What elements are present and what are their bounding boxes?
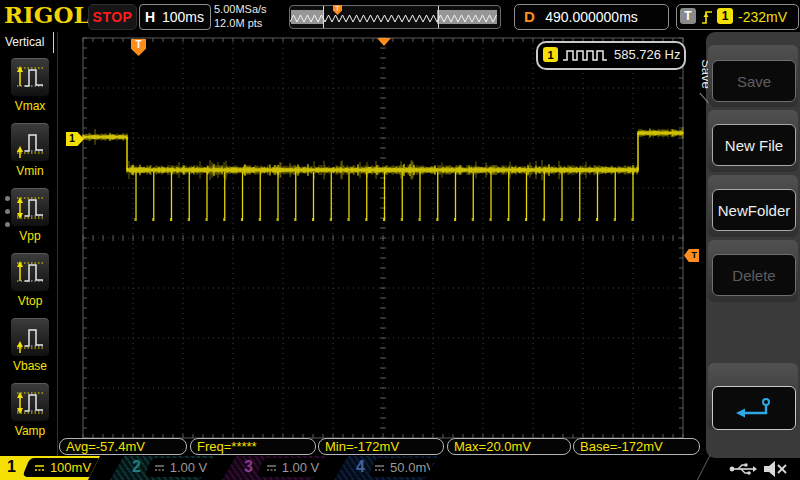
- rising-edge-icon: [699, 8, 715, 26]
- delay-box[interactable]: 490.000000ms D: [514, 4, 669, 30]
- measure-item-vpp[interactable]: Vpp: [9, 187, 51, 249]
- channel3-chip[interactable]: 3 1.00 V: [222, 456, 332, 480]
- channel2-scale: 1.00 V: [170, 460, 208, 475]
- frequency-counter-badge: 1 585.726 Hz: [536, 41, 686, 70]
- measure-item-label: Vmax: [9, 99, 51, 113]
- ch1-waveform-trace: [57, 32, 697, 458]
- counter-frequency-value: 585.726 Hz: [614, 47, 681, 62]
- speaker-muted-icon: [762, 459, 790, 479]
- dc-coupling-icon: [33, 463, 46, 473]
- measure-item-vamp[interactable]: Vamp: [9, 382, 51, 444]
- run-stop-status[interactable]: STOP: [88, 4, 137, 30]
- return-arrow-icon: [732, 396, 776, 420]
- trigger-level-value: -232mV: [738, 9, 787, 25]
- measure-item-vtop[interactable]: Vtop: [9, 252, 51, 314]
- measure-item-vmax[interactable]: Vmax: [9, 57, 51, 119]
- channel4-scale: 50.0mV: [390, 460, 435, 475]
- horizontal-timebase-box[interactable]: H 100ms: [139, 4, 211, 30]
- measure-item-label: Vtop: [9, 294, 51, 308]
- dc-coupling-icon: [265, 463, 278, 473]
- bottom-right-separator: [696, 454, 711, 480]
- memory-depth: 12.0M pts: [214, 16, 267, 30]
- horizontal-center-marker-icon: [377, 38, 391, 46]
- overview-waveform: [290, 6, 498, 28]
- trigger-label: T: [680, 8, 696, 24]
- channel1-scale: 100mV: [50, 460, 91, 475]
- new-file-button[interactable]: New File: [712, 124, 796, 166]
- left-menu-title: Vertical: [5, 35, 44, 49]
- trigger-status-box[interactable]: T 1 -232mV: [676, 4, 799, 30]
- back-return-button[interactable]: [712, 386, 796, 430]
- left-menu-title-edge: [53, 32, 54, 53]
- dc-coupling-icon: [373, 463, 386, 473]
- waveform-overview-bar[interactable]: T: [289, 5, 501, 29]
- menu-page-dot: [5, 209, 10, 214]
- measure-item-label: Vamp: [9, 424, 51, 438]
- acquisition-info: 5.00MSa/s 12.0M pts: [214, 2, 267, 30]
- measure-item-vmin[interactable]: Vmin: [9, 122, 51, 184]
- new-folder-button[interactable]: NewFolder: [712, 189, 796, 231]
- save-button[interactable]: Save: [712, 60, 796, 102]
- timebase-value: 100ms: [162, 9, 204, 25]
- delay-label: D: [524, 8, 535, 25]
- measurement-avg: Avg=-57.4mV: [59, 438, 187, 455]
- measurement-max: Max=20.0mV: [447, 438, 571, 455]
- measure-item-vbase[interactable]: Vbase: [9, 317, 51, 379]
- channel1-number: 1: [7, 458, 16, 476]
- vmax-icon: [13, 60, 47, 94]
- channel2-chip[interactable]: 2 1.00 V: [110, 456, 220, 480]
- measure-item-label: Vbase: [9, 359, 51, 373]
- vmin-icon: [13, 125, 47, 159]
- dc-coupling-icon: [153, 463, 166, 473]
- oscilloscope-screen: RIGOL STOP H 100ms 5.00MSa/s 12.0M pts T…: [0, 0, 800, 480]
- vpp-icon: [13, 190, 47, 224]
- measurement-freq: Freq=*****: [190, 438, 316, 455]
- counter-channel-badge: 1: [543, 47, 558, 62]
- vamp-icon: [13, 385, 47, 419]
- sample-rate: 5.00MSa/s: [214, 2, 267, 16]
- horizontal-label: H: [145, 9, 155, 25]
- channel4-chip[interactable]: 4 50.0mV: [334, 456, 444, 480]
- delete-button[interactable]: Delete: [712, 254, 796, 296]
- vbase-icon: [13, 320, 47, 354]
- menu-page-dot: [5, 196, 10, 201]
- channel3-scale: 1.00 V: [282, 460, 320, 475]
- measurement-base: Base=-172mV: [573, 438, 700, 455]
- rigol-logo: RIGOL: [4, 1, 86, 29]
- channel3-number: 3: [244, 458, 253, 476]
- measure-item-label: Vpp: [9, 229, 51, 243]
- square-wave-icon: [562, 48, 608, 63]
- measure-item-label: Vmin: [9, 164, 51, 178]
- channel2-number: 2: [132, 458, 141, 476]
- measurement-min: Min=-172mV: [318, 438, 444, 455]
- channel4-number: 4: [356, 458, 365, 476]
- usb-icon: [728, 461, 758, 477]
- delay-value: 490.000000ms: [515, 9, 668, 25]
- trigger-source-badge: 1: [717, 8, 733, 24]
- menu-page-dot: [5, 222, 10, 227]
- vtop-icon: [13, 255, 47, 289]
- channel1-chip[interactable]: 1 100mV: [0, 456, 104, 480]
